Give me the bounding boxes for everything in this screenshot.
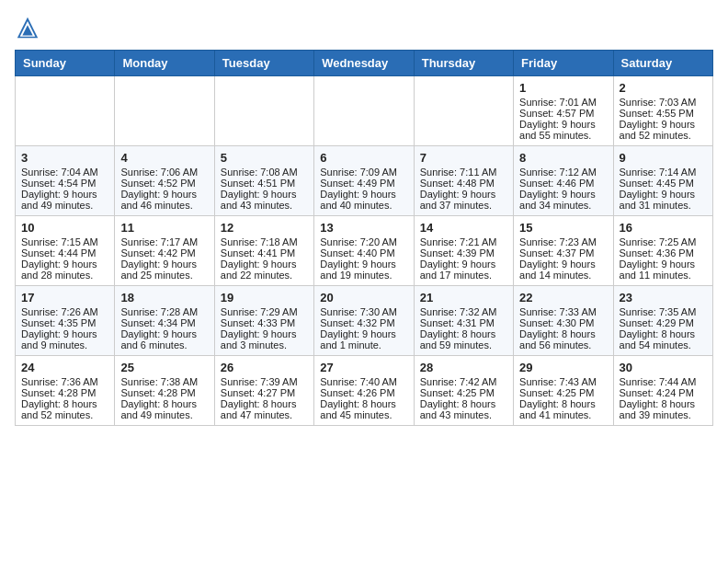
sunrise-text: Sunrise: 7:04 AM bbox=[21, 167, 98, 178]
day-number: 11 bbox=[120, 221, 208, 235]
day-number: 20 bbox=[320, 291, 407, 304]
sunset-text: Sunset: 4:55 PM bbox=[620, 108, 694, 119]
sunset-text: Sunset: 4:42 PM bbox=[120, 247, 195, 259]
sunrise-text: Sunrise: 7:20 AM bbox=[320, 236, 397, 247]
sunset-text: Sunset: 4:34 PM bbox=[120, 317, 195, 328]
sunset-text: Sunset: 4:26 PM bbox=[320, 387, 394, 398]
daylight-text: Daylight: 8 hours and 39 minutes. bbox=[620, 398, 696, 420]
day-number: 22 bbox=[519, 291, 607, 304]
weekday-header-saturday: Saturday bbox=[613, 51, 712, 76]
calendar-cell: 4 Sunrise: 7:06 AM Sunset: 4:52 PM Dayli… bbox=[115, 146, 214, 216]
daylight-text: Daylight: 9 hours and 25 minutes. bbox=[120, 259, 197, 281]
day-number: 5 bbox=[221, 151, 308, 165]
weekday-header-wednesday: Wednesday bbox=[314, 51, 414, 76]
weekday-header-thursday: Thursday bbox=[414, 51, 513, 76]
sunrise-text: Sunrise: 7:12 AM bbox=[519, 167, 597, 178]
sunset-text: Sunset: 4:28 PM bbox=[120, 387, 195, 398]
sunset-text: Sunset: 4:49 PM bbox=[320, 178, 394, 189]
calendar-cell: 1 Sunrise: 7:01 AM Sunset: 4:57 PM Dayli… bbox=[514, 76, 613, 146]
calendar-cell: 12 Sunrise: 7:18 AM Sunset: 4:41 PM Dayl… bbox=[214, 216, 313, 286]
day-number: 15 bbox=[519, 221, 607, 235]
sunset-text: Sunset: 4:30 PM bbox=[519, 317, 594, 328]
daylight-text: Daylight: 9 hours and 19 minutes. bbox=[320, 259, 396, 281]
daylight-text: Daylight: 8 hours and 54 minutes. bbox=[620, 328, 696, 350]
daylight-text: Daylight: 9 hours and 17 minutes. bbox=[420, 259, 496, 281]
sunrise-text: Sunrise: 7:18 AM bbox=[221, 236, 298, 247]
calendar-cell: 17 Sunrise: 7:26 AM Sunset: 4:35 PM Dayl… bbox=[16, 286, 115, 356]
day-number: 24 bbox=[21, 361, 108, 374]
calendar-cell bbox=[115, 76, 214, 146]
daylight-text: Daylight: 9 hours and 46 minutes. bbox=[120, 189, 197, 211]
calendar-week-5: 24 Sunrise: 7:36 AM Sunset: 4:28 PM Dayl… bbox=[16, 356, 713, 426]
day-number: 3 bbox=[21, 151, 108, 165]
sunset-text: Sunset: 4:27 PM bbox=[221, 387, 295, 398]
calendar-cell: 28 Sunrise: 7:42 AM Sunset: 4:25 PM Dayl… bbox=[414, 356, 513, 426]
sunrise-text: Sunrise: 7:09 AM bbox=[320, 167, 397, 178]
sunset-text: Sunset: 4:31 PM bbox=[420, 317, 495, 328]
daylight-text: Daylight: 8 hours and 47 minutes. bbox=[221, 398, 297, 420]
calendar-cell bbox=[314, 76, 414, 146]
daylight-text: Daylight: 8 hours and 45 minutes. bbox=[320, 398, 396, 420]
sunrise-text: Sunrise: 7:36 AM bbox=[21, 376, 98, 387]
calendar-week-3: 10 Sunrise: 7:15 AM Sunset: 4:44 PM Dayl… bbox=[16, 216, 713, 286]
calendar-header-row: SundayMondayTuesdayWednesdayThursdayFrid… bbox=[16, 51, 713, 76]
weekday-header-sunday: Sunday bbox=[16, 51, 115, 76]
sunrise-text: Sunrise: 7:26 AM bbox=[21, 306, 98, 317]
sunrise-text: Sunrise: 7:40 AM bbox=[320, 376, 397, 387]
day-number: 18 bbox=[120, 291, 208, 304]
day-number: 26 bbox=[221, 361, 308, 374]
day-number: 17 bbox=[21, 291, 108, 304]
day-number: 4 bbox=[120, 151, 208, 165]
sunset-text: Sunset: 4:24 PM bbox=[620, 387, 694, 398]
sunset-text: Sunset: 4:29 PM bbox=[620, 317, 694, 328]
daylight-text: Daylight: 9 hours and 11 minutes. bbox=[620, 259, 696, 281]
calendar-cell: 22 Sunrise: 7:33 AM Sunset: 4:30 PM Dayl… bbox=[514, 286, 613, 356]
daylight-text: Daylight: 8 hours and 49 minutes. bbox=[120, 398, 197, 420]
sunset-text: Sunset: 4:28 PM bbox=[21, 387, 96, 398]
calendar-cell: 20 Sunrise: 7:30 AM Sunset: 4:32 PM Dayl… bbox=[314, 286, 414, 356]
calendar-cell: 10 Sunrise: 7:15 AM Sunset: 4:44 PM Dayl… bbox=[16, 216, 115, 286]
calendar-cell: 11 Sunrise: 7:17 AM Sunset: 4:42 PM Dayl… bbox=[115, 216, 214, 286]
day-number: 29 bbox=[519, 361, 607, 374]
day-number: 6 bbox=[320, 151, 407, 165]
day-number: 19 bbox=[221, 291, 308, 304]
calendar-cell: 18 Sunrise: 7:28 AM Sunset: 4:34 PM Dayl… bbox=[115, 286, 214, 356]
daylight-text: Daylight: 9 hours and 40 minutes. bbox=[320, 189, 396, 211]
sunset-text: Sunset: 4:57 PM bbox=[519, 108, 594, 119]
sunset-text: Sunset: 4:39 PM bbox=[420, 247, 495, 259]
sunrise-text: Sunrise: 7:08 AM bbox=[221, 167, 298, 178]
sunset-text: Sunset: 4:32 PM bbox=[320, 317, 394, 328]
daylight-text: Daylight: 9 hours and 37 minutes. bbox=[420, 189, 496, 211]
daylight-text: Daylight: 9 hours and 3 minutes. bbox=[221, 328, 297, 350]
sunrise-text: Sunrise: 7:01 AM bbox=[519, 97, 597, 108]
sunrise-text: Sunrise: 7:32 AM bbox=[420, 306, 497, 317]
calendar-cell: 27 Sunrise: 7:40 AM Sunset: 4:26 PM Dayl… bbox=[314, 356, 414, 426]
calendar-cell: 13 Sunrise: 7:20 AM Sunset: 4:40 PM Dayl… bbox=[314, 216, 414, 286]
sunrise-text: Sunrise: 7:23 AM bbox=[519, 236, 597, 247]
calendar-cell: 23 Sunrise: 7:35 AM Sunset: 4:29 PM Dayl… bbox=[613, 286, 712, 356]
daylight-text: Daylight: 9 hours and 9 minutes. bbox=[21, 328, 97, 350]
daylight-text: Daylight: 8 hours and 59 minutes. bbox=[420, 328, 496, 350]
day-number: 30 bbox=[620, 361, 707, 374]
sunset-text: Sunset: 4:25 PM bbox=[519, 387, 594, 398]
sunset-text: Sunset: 4:44 PM bbox=[21, 247, 96, 259]
calendar-cell: 6 Sunrise: 7:09 AM Sunset: 4:49 PM Dayli… bbox=[314, 146, 414, 216]
calendar-cell: 30 Sunrise: 7:44 AM Sunset: 4:24 PM Dayl… bbox=[613, 356, 712, 426]
sunrise-text: Sunrise: 7:03 AM bbox=[620, 97, 697, 108]
logo bbox=[15, 15, 44, 40]
sunrise-text: Sunrise: 7:43 AM bbox=[519, 376, 597, 387]
day-number: 10 bbox=[21, 221, 108, 235]
sunset-text: Sunset: 4:35 PM bbox=[21, 317, 96, 328]
sunrise-text: Sunrise: 7:42 AM bbox=[420, 376, 497, 387]
sunrise-text: Sunrise: 7:28 AM bbox=[120, 306, 198, 317]
sunrise-text: Sunrise: 7:15 AM bbox=[21, 236, 98, 247]
calendar-cell bbox=[414, 76, 513, 146]
daylight-text: Daylight: 9 hours and 28 minutes. bbox=[21, 259, 97, 281]
day-number: 23 bbox=[620, 291, 707, 304]
sunrise-text: Sunrise: 7:21 AM bbox=[420, 236, 497, 247]
day-number: 8 bbox=[519, 151, 607, 165]
day-number: 13 bbox=[320, 221, 407, 235]
daylight-text: Daylight: 9 hours and 34 minutes. bbox=[519, 189, 596, 211]
sunset-text: Sunset: 4:46 PM bbox=[519, 178, 594, 189]
day-number: 12 bbox=[221, 221, 308, 235]
